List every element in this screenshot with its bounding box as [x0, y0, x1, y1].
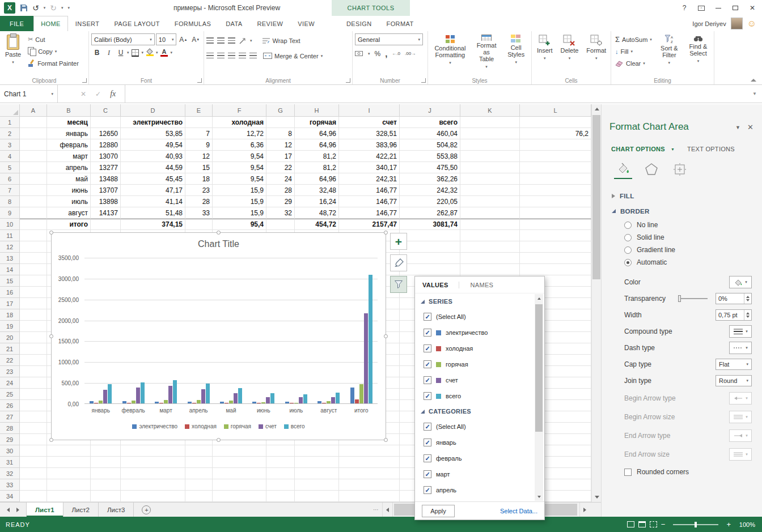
cell-A17[interactable]: [20, 298, 47, 309]
cell-H30[interactable]: [295, 445, 339, 457]
filter-series-item[interactable]: ✓счет: [421, 372, 532, 388]
cell-E31[interactable]: [185, 457, 213, 468]
autosum-button[interactable]: ΣAutoSum▾: [613, 33, 654, 45]
font-dialog-launcher[interactable]: [197, 78, 202, 83]
cell-L6[interactable]: [520, 173, 591, 185]
bar-холодная-февраль[interactable]: [127, 403, 131, 403]
compound-type-dropdown[interactable]: ▾: [729, 325, 752, 338]
cell-A28[interactable]: [20, 423, 47, 434]
cell-J9[interactable]: 262,87: [400, 207, 460, 219]
zoom-slider[interactable]: [673, 524, 718, 525]
cell-styles-button[interactable]: Cell Styles ▾: [503, 33, 529, 70]
bottom-align-button[interactable]: [228, 37, 235, 44]
chart-resize-handle[interactable]: [217, 231, 221, 235]
bar-счет-февраль[interactable]: [136, 388, 140, 403]
bar-горячая-июль[interactable]: [294, 403, 298, 403]
cell-E3[interactable]: 9: [185, 139, 213, 151]
format-as-table-button[interactable]: Format as Table ▾: [472, 33, 501, 70]
align-right-button[interactable]: [228, 53, 235, 59]
minimize-button[interactable]: [710, 0, 727, 16]
row-header-24[interactable]: 24: [0, 377, 20, 389]
bold-button[interactable]: B: [91, 47, 103, 58]
save-icon[interactable]: [20, 4, 28, 12]
bar-всего-итого[interactable]: [369, 275, 372, 403]
orientation-button[interactable]: [239, 37, 247, 45]
row-header-5[interactable]: 5: [0, 162, 20, 173]
filter-category-item[interactable]: ✓апрель: [421, 482, 532, 498]
cell-E32[interactable]: [185, 468, 213, 479]
cell-A16[interactable]: [20, 287, 47, 298]
zoom-out-icon[interactable]: −: [661, 521, 666, 528]
cell-A6[interactable]: [20, 173, 47, 185]
row-header-16[interactable]: 16: [0, 287, 20, 298]
feedback-smiley-icon[interactable]: ☺: [747, 19, 756, 29]
cell-G32[interactable]: [266, 468, 295, 479]
cell-I10[interactable]: 2157,47: [339, 219, 400, 230]
legend-item-электричество[interactable]: электричество: [132, 423, 177, 429]
cell-E1[interactable]: [185, 117, 213, 128]
borders-dropdown-icon[interactable]: ▾: [142, 50, 144, 55]
cell-C1[interactable]: [91, 117, 121, 128]
cell-J6[interactable]: 362,26: [400, 173, 460, 185]
apply-button[interactable]: Apply: [422, 505, 455, 517]
col-header-C[interactable]: C: [91, 104, 121, 117]
fill-line-icon[interactable]: [614, 160, 632, 179]
filter-scroll-up-icon[interactable]: [535, 294, 543, 303]
filter-category-item[interactable]: ✓май: [421, 498, 532, 501]
cell-D10[interactable]: 374,15: [121, 219, 185, 230]
pane-close-icon[interactable]: ✕: [747, 123, 753, 131]
insert-function-button[interactable]: fx: [110, 90, 116, 99]
chart-resize-handle[interactable]: [384, 334, 388, 338]
cell-E4[interactable]: 12: [185, 151, 213, 162]
cell-D3[interactable]: 49,54: [121, 139, 185, 151]
legend-item-холодная[interactable]: холодная: [185, 423, 217, 429]
cell-K11[interactable]: [460, 230, 520, 241]
chart-resize-handle[interactable]: [384, 231, 388, 235]
scroll-down-icon[interactable]: [592, 492, 602, 502]
bar-электричество-март[interactable]: [155, 402, 159, 403]
user-avatar[interactable]: [731, 18, 743, 29]
width-spinner[interactable]: 0,75 pt: [716, 309, 752, 321]
delete-cells-button[interactable]: Delete ▾: [558, 33, 582, 70]
cell-A8[interactable]: [20, 196, 47, 207]
cell-C4[interactable]: 13070: [91, 151, 121, 162]
bar-счет-май[interactable]: [234, 393, 238, 403]
cell-D32[interactable]: [121, 468, 185, 479]
tab-page-layout[interactable]: PAGE LAYOUT: [107, 16, 167, 31]
cell-H2[interactable]: 64,96: [295, 128, 339, 139]
cell-E5[interactable]: 15: [185, 162, 213, 173]
user-name[interactable]: Igor Deriyev: [692, 20, 726, 27]
row-header-29[interactable]: 29: [0, 434, 20, 445]
fill-section-header[interactable]: FILL: [612, 188, 762, 203]
cell-D33[interactable]: [121, 479, 185, 491]
align-center-button[interactable]: [217, 53, 225, 59]
col-header-H[interactable]: H: [295, 104, 339, 117]
chart-title[interactable]: Chart Title: [52, 239, 386, 249]
prev-sheet-icon[interactable]: [7, 508, 10, 512]
cell-J5[interactable]: 475,50: [400, 162, 460, 173]
cell-L9[interactable]: [520, 207, 591, 219]
bar-счет-июнь[interactable]: [266, 397, 270, 403]
checkbox-icon[interactable]: ✓: [424, 344, 431, 352]
conditional-formatting-button[interactable]: Conditional Formatting ▾: [430, 33, 470, 70]
zoom-slider-thumb[interactable]: [695, 522, 697, 527]
cell-K13[interactable]: [460, 253, 520, 264]
cell-J2[interactable]: 460,04: [400, 128, 460, 139]
cell-A21[interactable]: [20, 343, 47, 355]
cell-D9[interactable]: 51,48: [121, 207, 185, 219]
end-arrow-type-dropdown[interactable]: ▾: [729, 429, 752, 442]
cell-L2[interactable]: 76,2: [520, 128, 591, 139]
align-left-button[interactable]: [206, 53, 214, 59]
join-type-combo[interactable]: Round▾: [716, 375, 752, 386]
cell-A18[interactable]: [20, 309, 47, 321]
cell-A23[interactable]: [20, 366, 47, 377]
bar-электричество-июнь[interactable]: [252, 402, 256, 403]
cell-F8[interactable]: 15,9: [213, 196, 266, 207]
undo-dropdown-icon[interactable]: ▾: [44, 6, 46, 10]
comma-style-button[interactable]: ,: [385, 49, 387, 58]
filter-category-item[interactable]: ✓февраль: [421, 450, 532, 466]
sheet-tab-3[interactable]: Лист3: [99, 503, 134, 517]
cell-H10[interactable]: 454,72: [295, 219, 339, 230]
checkbox-icon[interactable]: ✓: [424, 470, 431, 478]
cell-E7[interactable]: 23: [185, 185, 213, 196]
